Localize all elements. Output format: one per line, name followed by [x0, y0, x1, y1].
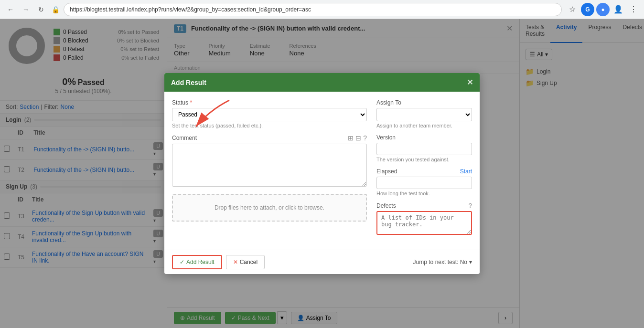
- extension-icon-2[interactable]: ●: [596, 3, 610, 16]
- modal-left: Status * Passed Failed Blocked Retest Un…: [172, 99, 367, 242]
- comment-label: Comment: [172, 135, 197, 141]
- browser-actions: ☆ G ● 👤 ⋮: [566, 3, 640, 16]
- footer-buttons: ✓ Add Result ✕ Cancel: [172, 255, 265, 269]
- chevron-down-icon-jump: ▾: [469, 259, 472, 265]
- check-icon-modal: ✓: [180, 259, 184, 265]
- assign-group: Assign To Assign to another team member.: [376, 99, 472, 128]
- forward-button[interactable]: →: [19, 3, 32, 16]
- defects-input[interactable]: [376, 211, 472, 235]
- cancel-button-modal[interactable]: ✕ Cancel: [226, 255, 265, 269]
- extension-icon-1[interactable]: G: [581, 3, 594, 16]
- image-tool-icon[interactable]: ⊟: [355, 134, 361, 142]
- version-input[interactable]: [376, 143, 472, 155]
- modal-overlay: Add Result ✕ Status *: [0, 19, 644, 328]
- defects-help-icon[interactable]: ?: [469, 202, 472, 209]
- add-result-submit-button[interactable]: ✓ Add Result: [172, 255, 222, 269]
- x-icon-modal: ✕: [233, 259, 238, 265]
- modal-title: Add Result: [171, 79, 206, 86]
- browser-nav: ← → ↻: [4, 3, 48, 16]
- elapsed-hint: How long the test took.: [376, 190, 472, 196]
- assign-label: Assign To: [376, 99, 472, 106]
- browser-chrome: ← → ↻ 🔒 ☆ G ● 👤 ⋮: [0, 0, 644, 19]
- reload-button[interactable]: ↻: [34, 3, 48, 16]
- menu-icon[interactable]: ⋮: [627, 3, 640, 16]
- defects-label: Defects: [376, 202, 396, 209]
- version-group: Version The version you tested against.: [376, 134, 472, 162]
- version-hint: The version you tested against.: [376, 157, 472, 162]
- file-drop-zone[interactable]: Drop files here to attach, or click to b…: [172, 194, 367, 222]
- status-group: Status * Passed Failed Blocked Retest Un…: [172, 99, 367, 128]
- bookmark-icon[interactable]: ☆: [566, 3, 579, 16]
- profile-icon[interactable]: 👤: [612, 3, 625, 16]
- comment-group: Comment ⊞ ⊟ ?: [172, 134, 367, 188]
- modal-footer: ✓ Add Result ✕ Cancel Jump to next test:…: [164, 250, 480, 274]
- elapsed-header: Elapsed Start: [376, 168, 472, 175]
- table-tool-icon[interactable]: ⊞: [348, 134, 354, 142]
- comment-header: Comment ⊞ ⊟ ?: [172, 134, 367, 142]
- elapsed-input[interactable]: [376, 177, 472, 189]
- version-label: Version: [376, 134, 472, 141]
- modal-close-button[interactable]: ✕: [467, 78, 473, 87]
- add-result-modal: Add Result ✕ Status *: [164, 73, 480, 274]
- modal-right: Assign To Assign to another team member.…: [376, 99, 472, 242]
- status-label: Status *: [172, 99, 367, 106]
- jump-dropdown[interactable]: Jump to next test: No ▾: [413, 259, 472, 265]
- assign-hint: Assign to another team member.: [376, 123, 472, 128]
- status-select[interactable]: Passed Failed Blocked Retest Untested: [172, 108, 367, 121]
- elapsed-group: Elapsed Start How long the test took.: [376, 168, 472, 196]
- modal-body: Status * Passed Failed Blocked Retest Un…: [164, 92, 480, 250]
- modal-header: Add Result ✕: [164, 73, 480, 92]
- status-hint: Set the test status (passed, failed etc.…: [172, 123, 367, 128]
- assign-select[interactable]: [376, 108, 472, 121]
- comment-tools: ⊞ ⊟ ?: [348, 134, 367, 142]
- address-bar[interactable]: [64, 3, 562, 16]
- help-tool-icon[interactable]: ?: [363, 134, 367, 142]
- back-button[interactable]: ←: [4, 3, 17, 16]
- elapsed-label: Elapsed: [376, 168, 397, 175]
- defects-group: Defects ?: [376, 202, 472, 236]
- required-marker: *: [190, 99, 192, 106]
- start-link[interactable]: Start: [460, 168, 472, 175]
- comment-textarea[interactable]: [172, 144, 367, 187]
